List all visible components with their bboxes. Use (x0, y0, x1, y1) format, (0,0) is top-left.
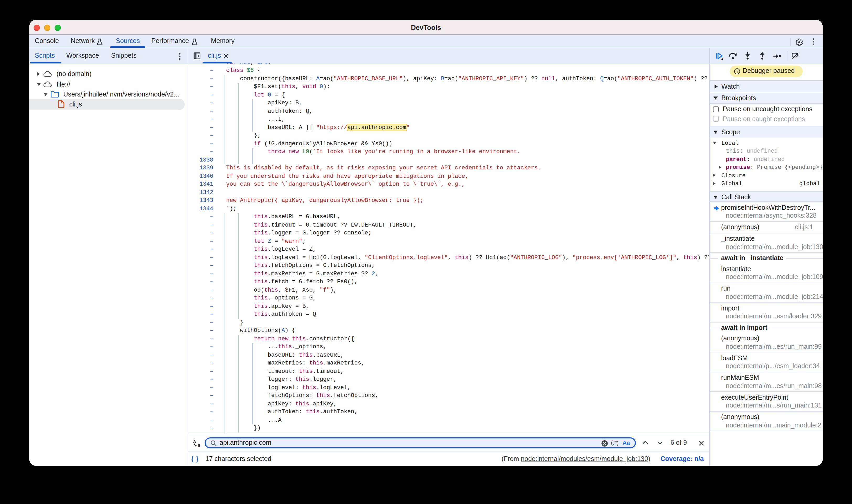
svg-text:A: A (193, 439, 196, 444)
svg-text:B: B (197, 444, 200, 447)
